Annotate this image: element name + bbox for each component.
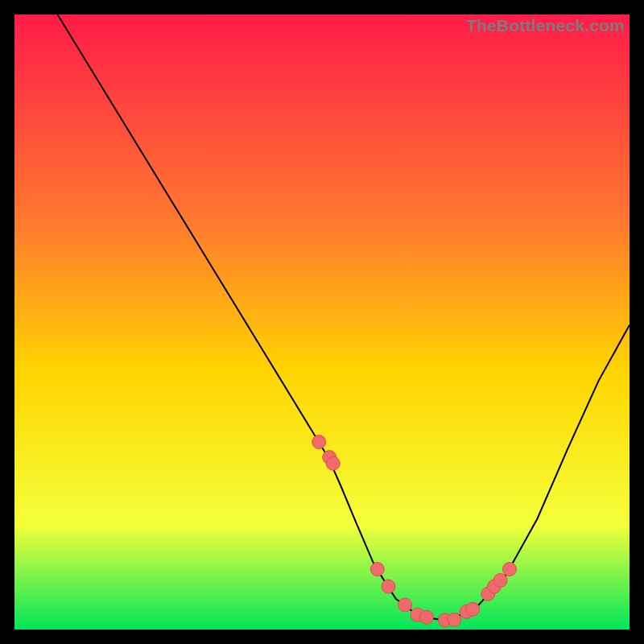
data-marker [398,598,412,612]
chart-canvas [14,14,630,630]
data-marker [503,563,517,576]
watermark-text: TheBottleneck.com [466,16,625,35]
data-marker [448,613,461,626]
data-marker [312,436,326,449]
data-marker [370,563,384,576]
data-marker [326,456,340,470]
gradient-background [14,14,630,630]
data-marker [382,580,395,593]
data-marker [466,602,480,616]
data-marker [493,573,507,587]
chart-frame: TheBottleneck.com [14,14,630,630]
data-marker [419,610,433,624]
